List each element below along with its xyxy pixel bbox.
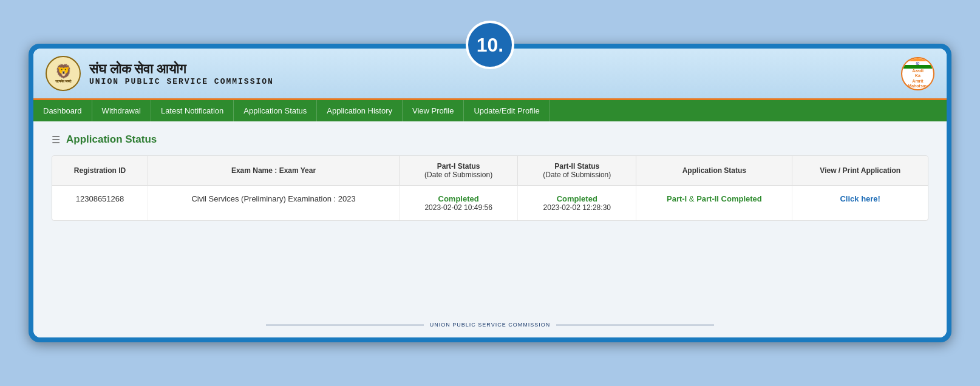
outer-frame: 10. 🦁 सत्यमेव जयते संघ लोक सेवा आयोग UNI… [29, 44, 951, 342]
table-row: 12308651268 Civil Services (Preliminary)… [52, 186, 928, 221]
cell-reg-id: 12308651268 [52, 186, 148, 221]
cell-app-status: Part-I & Part-II Completed [636, 186, 792, 221]
section-header: ☰ Application Status [52, 134, 928, 146]
footer-divider-left [266, 325, 424, 325]
lion-icon: 🦁 [55, 64, 72, 80]
azadi-badge: ⊙ Azadi Ka Amrit Mahotsav [901, 57, 934, 90]
col-header-part1-status: Part-I Status(Date of Submission) [400, 156, 518, 186]
footer: UNION PUBLIC SERVICE COMMISSION [33, 316, 947, 337]
nav-item-update-edit-profile[interactable]: Update/Edit Profile [464, 100, 550, 121]
cell-view-print[interactable]: Click here! [792, 186, 928, 221]
hindi-title: संघ लोक सेवा आयोग [89, 61, 274, 77]
col-header-app-status: Application Status [636, 156, 792, 186]
emblem-text: सत्यमेव जयते [55, 80, 72, 84]
nav-item-dashboard[interactable]: Dashboard [33, 100, 92, 121]
nav-item-application-status[interactable]: Application Status [234, 100, 317, 121]
col-header-part2-status: Part-II Status(Date of Submission) [518, 156, 636, 186]
inner-frame: 🦁 सत्यमेव जयते संघ लोक सेवा आयोग UNION P… [33, 49, 947, 337]
app-status-connector: & [689, 194, 696, 203]
part2-status-text: Completed [526, 194, 627, 203]
cell-part1-status: Completed 2023-02-02 10:49:56 [400, 186, 518, 221]
part1-date: 2023-02-02 10:49:56 [408, 203, 509, 212]
app-status-part1: Part-I [667, 194, 687, 203]
navbar: Dashboard Withdrawal Latest Notification… [33, 100, 947, 121]
header-title: संघ लोक सेवा आयोग UNION PUBLIC SERVICE C… [89, 61, 274, 86]
nav-item-application-history[interactable]: Application History [317, 100, 403, 121]
part1-status-text: Completed [408, 194, 509, 203]
main-content: ☰ Application Status Registration ID Exa… [33, 121, 947, 316]
click-here-link[interactable]: Click here! [840, 194, 880, 203]
emblem: 🦁 सत्यमेव जयते [46, 56, 81, 91]
cell-part2-status: Completed 2023-02-02 12:28:30 [518, 186, 636, 221]
section-title: Application Status [66, 134, 157, 146]
part2-date: 2023-02-02 12:28:30 [526, 203, 627, 212]
menu-icon: ☰ [52, 134, 60, 146]
col-header-view-print: View / Print Application [792, 156, 928, 186]
azadi-text: Azadi Ka Amrit Mahotsav [908, 69, 927, 89]
application-status-table-wrapper: Registration ID Exam Name : Exam Year Pa… [52, 155, 928, 221]
footer-text: UNION PUBLIC SERVICE COMMISSION [430, 322, 550, 328]
col-header-exam-name: Exam Name : Exam Year [148, 156, 400, 186]
nav-item-withdrawal[interactable]: Withdrawal [92, 100, 151, 121]
col-header-reg-id: Registration ID [52, 156, 148, 186]
nav-item-latest-notification[interactable]: Latest Notification [151, 100, 234, 121]
footer-line: UNION PUBLIC SERVICE COMMISSION [33, 322, 947, 328]
badge-number: 10. [466, 21, 514, 69]
application-status-table: Registration ID Exam Name : Exam Year Pa… [52, 156, 928, 220]
app-status-part2: Part-II Completed [696, 194, 762, 203]
nav-item-view-profile[interactable]: View Profile [403, 100, 464, 121]
english-title: UNION PUBLIC SERVICE COMMISSION [89, 77, 274, 86]
cell-exam-name: Civil Services (Preliminary) Examination… [148, 186, 400, 221]
header-left: 🦁 सत्यमेव जयते संघ लोक सेवा आयोग UNION P… [46, 56, 274, 91]
footer-divider-right [556, 325, 714, 325]
